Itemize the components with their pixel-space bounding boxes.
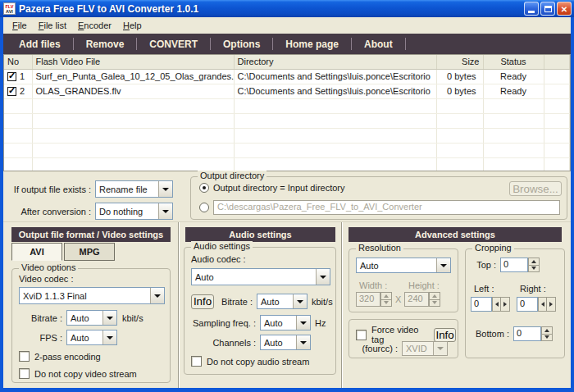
dropdown-icon[interactable]	[316, 269, 330, 285]
dropdown-icon[interactable]	[296, 316, 310, 330]
row-number: 2	[20, 86, 25, 96]
spin-up-icon[interactable]	[429, 292, 440, 300]
crop-top-input[interactable]: 0	[500, 258, 528, 272]
crop-right-decrease-icon[interactable]	[538, 297, 547, 312]
home-page-button[interactable]: Home page	[273, 36, 351, 52]
dropdown-icon[interactable]	[158, 203, 172, 219]
crop-left-decrease-icon[interactable]	[492, 297, 501, 312]
dropdown-icon[interactable]	[433, 342, 447, 355]
crop-left-input[interactable]: 0	[471, 297, 492, 312]
fourcc-select[interactable]: XVID	[402, 341, 448, 356]
col-header-status[interactable]: Status	[483, 55, 544, 69]
height-input[interactable]: 240	[404, 292, 429, 307]
fourcc-info-button[interactable]: Info	[434, 328, 456, 342]
tab-mpg[interactable]: MPG	[64, 243, 115, 261]
toolbar: Add files Remove CONVERT Options Home pa…	[3, 34, 571, 54]
crop-bottom-label: Bottom :	[466, 329, 513, 339]
remove-button[interactable]: Remove	[74, 36, 137, 52]
spin-up-icon[interactable]	[528, 258, 540, 266]
fps-select[interactable]: Auto	[66, 330, 117, 345]
options-button[interactable]: Options	[211, 36, 272, 52]
titlebar[interactable]: FLV AVI Pazera Free FLV to AVI Converter…	[0, 0, 574, 17]
video-codec-label: Video codec :	[19, 274, 73, 284]
row-checkbox[interactable]	[7, 87, 16, 96]
width-input[interactable]: 320	[356, 292, 380, 307]
file-list: No Flash Video File Directory Size Statu…	[3, 54, 571, 171]
video-codec-select[interactable]: XviD 1.1.3 Final	[19, 287, 165, 304]
browse-button[interactable]: Browse...	[509, 181, 562, 196]
output-custom-dir-radio[interactable]	[199, 203, 209, 212]
dropdown-icon[interactable]	[436, 258, 450, 272]
menu-encoder[interactable]: Encoder	[72, 19, 117, 32]
video-codec-value: XviD 1.1.3 Final	[20, 291, 150, 301]
dropdown-icon[interactable]	[102, 330, 116, 344]
dropdown-icon[interactable]	[158, 181, 172, 197]
cell-status: Ready	[483, 84, 544, 98]
audio-bitrate-value: Auto	[257, 297, 293, 307]
video-bitrate-select[interactable]: Auto	[66, 310, 117, 326]
close-button[interactable]	[557, 2, 572, 16]
no-copy-audio-checkbox[interactable]	[191, 356, 202, 367]
empty-row	[4, 128, 570, 143]
if-exists-select[interactable]: Rename file	[95, 180, 173, 198]
minimize-button[interactable]	[524, 2, 539, 16]
table-row[interactable]: 1 Surf_en_Punta_Galea_10_12_05_Olas_gran…	[4, 69, 570, 84]
advanced-settings-panel: Advanced settings Resolution Auto Width …	[344, 222, 571, 388]
spin-down-icon[interactable]	[380, 300, 392, 308]
spin-down-icon[interactable]	[528, 266, 540, 273]
cell-filename: Surf_en_Punta_Galea_10_12_05_Olas_grande…	[32, 69, 234, 84]
spin-down-icon[interactable]	[541, 335, 553, 342]
col-header-no[interactable]: No	[4, 55, 32, 69]
crop-bottom-input[interactable]: 0	[513, 326, 541, 341]
window-title: Pazera Free FLV to AVI Converter 1.0.1	[19, 3, 524, 15]
add-files-button[interactable]: Add files	[7, 36, 73, 52]
table-row[interactable]: 2 OLAS_GRANDES.flv C:\Documents and Sett…	[4, 84, 570, 98]
crop-right-input[interactable]: 0	[517, 297, 538, 312]
audio-info-button[interactable]: Info	[191, 294, 214, 309]
menu-file[interactable]: File	[7, 19, 33, 32]
audio-codec-select[interactable]: Auto	[191, 268, 330, 285]
no-copy-video-checkbox[interactable]	[19, 368, 30, 379]
menu-file-list[interactable]: File list	[33, 19, 72, 32]
spin-up-icon[interactable]	[541, 326, 553, 335]
audio-panel-header: Audio settings	[185, 227, 335, 242]
crop-left-increase-icon[interactable]	[501, 297, 510, 312]
empty-row	[4, 98, 570, 113]
dropdown-icon[interactable]	[293, 294, 307, 308]
convert-button[interactable]: CONVERT	[137, 36, 210, 52]
menu-help[interactable]: Help	[117, 19, 148, 32]
width-spinner[interactable]	[380, 292, 392, 307]
col-header-directory[interactable]: Directory	[234, 55, 436, 69]
crop-top-spinner[interactable]	[528, 258, 540, 272]
output-path-input[interactable]: C:\descargas\Pazera_Free_FLV_to_AVI_Conv…	[213, 200, 560, 215]
sampling-freq-select[interactable]: Auto	[260, 315, 311, 330]
dropdown-icon[interactable]	[102, 311, 116, 325]
col-header-filler	[544, 55, 570, 69]
app-icon-avi-text: AVI	[6, 9, 13, 14]
output-same-dir-radio[interactable]	[199, 183, 209, 193]
height-spinner[interactable]	[429, 292, 440, 307]
col-header-size[interactable]: Size	[436, 55, 483, 69]
row-checkbox[interactable]	[7, 72, 16, 81]
after-conversion-select[interactable]: Do nothing	[95, 203, 173, 220]
crop-bottom-spinner[interactable]	[541, 326, 553, 341]
tab-avi[interactable]: AVI	[11, 243, 62, 261]
two-pass-checkbox[interactable]	[19, 351, 30, 362]
spin-down-icon[interactable]	[429, 300, 440, 308]
fps-value: Auto	[67, 333, 102, 343]
crop-right-increase-icon[interactable]	[547, 297, 556, 312]
spin-up-icon[interactable]	[380, 292, 392, 300]
audio-bitrate-select[interactable]: Auto	[257, 294, 308, 309]
channels-select[interactable]: Auto	[260, 335, 311, 350]
force-video-tag-checkbox[interactable]	[356, 330, 367, 340]
output-directory-group: Output directory Output directory = Inpu…	[190, 176, 567, 220]
resolution-select[interactable]: Auto	[356, 258, 451, 273]
maximize-button[interactable]	[540, 2, 555, 16]
about-button[interactable]: About	[352, 36, 405, 52]
col-header-file[interactable]: Flash Video File	[32, 55, 234, 69]
no-copy-audio-label: Do not copy audio stream	[207, 357, 309, 367]
cell-directory: C:\Documents and Settings\luis.ponce\Esc…	[234, 69, 436, 84]
dropdown-icon[interactable]	[296, 335, 310, 349]
cell-status: Ready	[483, 69, 544, 84]
dropdown-icon[interactable]	[150, 288, 164, 303]
